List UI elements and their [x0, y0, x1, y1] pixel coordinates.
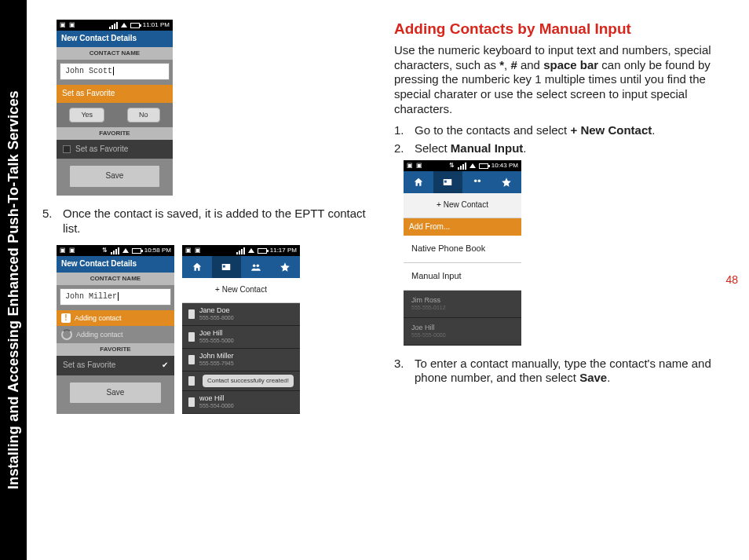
signal-icon — [458, 163, 466, 170]
tab-home[interactable] — [404, 171, 433, 193]
checkbox-icon — [63, 145, 71, 153]
new-contact-button[interactable]: + New Contact — [404, 193, 521, 218]
contact-list: Jane Doe555-555-8000 Joe Hill555-555-500… — [182, 303, 300, 414]
tab-groups[interactable] — [462, 171, 492, 193]
wifi-icon — [122, 248, 129, 253]
right-column: Adding Contacts by Manual Input Use the … — [394, 20, 718, 544]
contact-icon — [188, 376, 195, 386]
page-content: ▣▣ 11:01 PM New Contact Details CONTACT … — [27, 0, 749, 560]
notification-icon: ▣ — [69, 21, 75, 29]
label-favorite: FAVORITE — [57, 343, 174, 356]
contact-name-input[interactable]: John Scott — [60, 63, 170, 81]
option-native-phone-book[interactable]: Native Phone Book — [404, 236, 521, 263]
group-icon — [472, 177, 483, 188]
clock: 10:58 PM — [144, 247, 171, 254]
tab-favorites[interactable] — [492, 171, 522, 193]
screenshot-contact-list: ▣▣ 11:17 PM — [182, 245, 300, 414]
svg-rect-1 — [223, 265, 225, 268]
tab-groups[interactable] — [241, 256, 271, 278]
home-icon — [413, 177, 424, 188]
save-button[interactable]: Save — [69, 165, 160, 188]
list-item[interactable]: Joe Hill555-555-5000 — [182, 326, 300, 349]
favorite-toggle-row[interactable]: Set as Favorite ✔ — [57, 356, 174, 375]
add-from-header: Add From... — [404, 218, 521, 236]
favorite-toggle-row[interactable]: Set as Favorite — [57, 140, 173, 159]
new-contact-button[interactable]: + New Contact — [182, 278, 300, 303]
tab-favorites[interactable] — [271, 256, 301, 278]
tab-home[interactable] — [182, 256, 212, 278]
set-as-favorite-prompt: Set as Favorite — [57, 85, 173, 103]
contact-name-input[interactable]: John Miller — [60, 288, 171, 306]
step-text: Go to the contacts and select + New Cont… — [415, 123, 718, 138]
screen-title: New Contact Details — [57, 256, 174, 273]
screenshot-new-contact-favorite: ▣▣ 11:01 PM New Contact Details CONTACT … — [57, 20, 173, 196]
status-bar: ▣▣ 11:17 PM — [182, 245, 300, 256]
wifi-icon — [248, 248, 254, 253]
yes-button[interactable]: Yes — [69, 108, 104, 123]
battery-icon — [132, 248, 141, 254]
adding-contact-banner: ! Adding contact — [57, 310, 174, 326]
svg-rect-5 — [444, 181, 447, 183]
intro-paragraph: Use the numeric keyboard to input text a… — [394, 43, 718, 117]
wifi-icon — [121, 23, 127, 27]
section-title: Installing and Accessing Enhanced Push-T… — [0, 0, 27, 560]
step-text: Once the contact is saved, it is added t… — [63, 207, 366, 236]
contact-icon — [188, 355, 195, 364]
tab-bar — [182, 256, 300, 278]
contact-card-icon — [221, 262, 232, 273]
contact-icon — [188, 309, 195, 319]
clock: 11:01 PM — [143, 21, 170, 29]
step-text: Select Manual Input. — [415, 141, 718, 156]
save-button[interactable]: Save — [69, 382, 162, 404]
signal-icon — [236, 247, 245, 254]
notification-icon: ▣ — [60, 21, 66, 29]
status-bar: ▣▣ ⇅ 10:58 PM — [57, 245, 174, 256]
list-item[interactable]: woe Hill555-554-0000 — [182, 391, 300, 414]
battery-icon — [258, 248, 267, 254]
list-item[interactable]: Jane Doe555-555-8000 — [182, 303, 300, 326]
list-item[interactable]: Contact successfully created! — [182, 372, 300, 391]
step-1: 1. Go to the contacts and select + New C… — [394, 123, 718, 138]
screen-title: New Contact Details — [57, 31, 173, 47]
label-contact-name: CONTACT NAME — [57, 47, 173, 60]
home-icon — [192, 262, 203, 273]
adding-contact-progress: Adding contact — [57, 326, 174, 343]
alert-icon: ! — [61, 313, 71, 323]
tab-contacts[interactable] — [433, 171, 463, 193]
step-number: 3. — [394, 357, 415, 386]
signal-icon — [109, 22, 118, 29]
list-item[interactable]: Joe Hill555-555-0000 — [404, 318, 521, 346]
battery-icon — [130, 23, 140, 28]
battery-icon — [479, 163, 488, 169]
clock: 10:43 PM — [491, 162, 518, 170]
status-bar: ▣▣ ⇅ 10:43 PM — [404, 160, 521, 171]
tab-contacts[interactable] — [212, 256, 242, 278]
step-number: 2. — [394, 141, 415, 156]
no-button[interactable]: No — [127, 108, 160, 123]
status-bar: ▣▣ 11:01 PM — [57, 20, 173, 31]
star-icon — [280, 262, 290, 273]
wifi-icon — [469, 163, 476, 168]
left-column: ▣▣ 11:01 PM New Contact Details CONTACT … — [42, 20, 366, 544]
screenshot-add-from: ▣▣ ⇅ 10:43 PM + New Contact — [404, 160, 521, 346]
contact-icon — [188, 397, 195, 407]
svg-point-2 — [253, 265, 256, 268]
step-5: 5. Once the contact is saved, it is adde… — [42, 207, 366, 236]
option-manual-input[interactable]: Manual Input — [404, 263, 521, 291]
step-number: 5. — [42, 207, 63, 236]
group-icon — [250, 262, 261, 273]
svg-point-7 — [477, 180, 480, 183]
label-contact-name: CONTACT NAME — [57, 273, 174, 285]
label-favorite: FAVORITE — [57, 127, 173, 140]
step-number: 1. — [394, 123, 415, 138]
signal-icon — [111, 247, 119, 254]
svg-point-6 — [474, 180, 477, 183]
tab-bar — [404, 171, 521, 193]
svg-point-3 — [256, 265, 259, 268]
contact-card-icon — [442, 177, 453, 188]
subheading: Adding Contacts by Manual Input — [394, 20, 718, 38]
list-item[interactable]: John Miller555-555-7945 — [182, 349, 300, 372]
list-item[interactable]: Jim Ross555-555-0112 — [404, 291, 521, 318]
contact-icon — [188, 332, 195, 342]
step-text: To enter a contact manually, type the co… — [415, 357, 718, 386]
